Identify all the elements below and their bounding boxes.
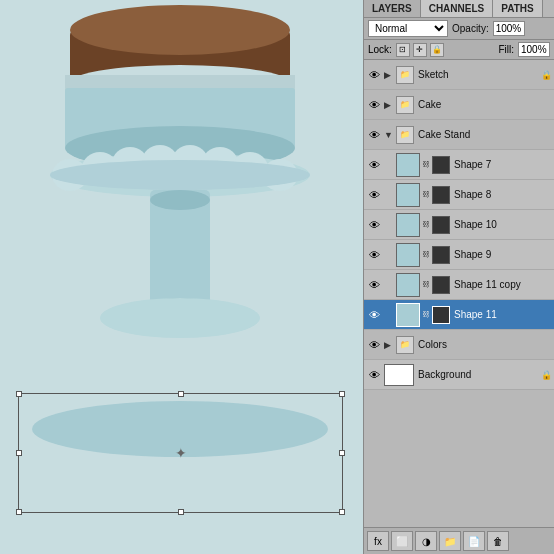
layer-row-shape11copy[interactable]: 👁 ⛓ Shape 11 copy <box>364 270 554 300</box>
thumb-background <box>384 364 414 386</box>
lock-move-icon[interactable]: ✛ <box>413 43 427 57</box>
eye-icon-shape10[interactable]: 👁 <box>366 217 382 233</box>
eye-icon-cakestand[interactable]: 👁 <box>366 127 382 143</box>
layer-name-shape8: Shape 8 <box>452 189 552 200</box>
delete-layer-button[interactable]: 🗑 <box>487 531 509 551</box>
new-layer-button[interactable]: 📄 <box>463 531 485 551</box>
svg-point-16 <box>50 160 310 190</box>
handle-bot-right[interactable] <box>339 509 345 515</box>
handle-mid-right[interactable] <box>339 450 345 456</box>
chain-shape7: ⛓ <box>422 160 430 169</box>
thumb-shape11 <box>396 303 420 327</box>
crosshair: ✦ <box>175 445 187 461</box>
eye-icon-cake[interactable]: 👁 <box>366 97 382 113</box>
thumb-shape7 <box>396 153 420 177</box>
expand-cake[interactable]: ▶ <box>384 100 394 110</box>
lock-pixels-icon[interactable]: ⊡ <box>396 43 410 57</box>
eye-icon-colors[interactable]: 👁 <box>366 337 382 353</box>
handle-bot-left[interactable] <box>16 509 22 515</box>
layer-row-background[interactable]: 👁 Background 🔒 <box>364 360 554 390</box>
expand-colors[interactable]: ▶ <box>384 340 394 350</box>
mask-shape9 <box>432 246 450 264</box>
selection-box: ✦ <box>18 393 343 513</box>
chain-shape8: ⛓ <box>422 190 430 199</box>
chain-shape10: ⛓ <box>422 220 430 229</box>
layer-name-cake: Cake <box>416 99 552 110</box>
layer-row-colors[interactable]: 👁 ▶ 📁 Colors <box>364 330 554 360</box>
svg-point-20 <box>100 298 260 338</box>
lock-label: Lock: <box>368 44 392 55</box>
eye-icon-shape11copy[interactable]: 👁 <box>366 277 382 293</box>
blend-opacity-row: Normal Multiply Screen Opacity: <box>364 18 554 40</box>
thumb-group-colors: 📁 <box>396 336 414 354</box>
layer-row-cake[interactable]: 👁 ▶ 📁 Cake <box>364 90 554 120</box>
panel-bottom: fx ⬜ ◑ 📁 📄 🗑 <box>364 527 554 554</box>
chain-shape9: ⛓ <box>422 250 430 259</box>
blend-mode-select[interactable]: Normal Multiply Screen <box>368 20 448 37</box>
chain-shape11copy: ⛓ <box>422 280 430 289</box>
chain-shape11: ⛓ <box>422 310 430 319</box>
expand-sketch[interactable]: ▶ <box>384 70 394 80</box>
mask-shape10 <box>432 216 450 234</box>
lock-icons: ⊡ ✛ 🔒 <box>396 43 444 57</box>
canvas-area: ✦ <box>0 0 363 554</box>
fx-button[interactable]: fx <box>367 531 389 551</box>
svg-point-18 <box>150 190 210 210</box>
tab-channels[interactable]: CHANNELS <box>421 0 494 17</box>
layer-name-shape9: Shape 9 <box>452 249 552 260</box>
layer-name-background: Background <box>416 369 538 380</box>
thumb-shape11copy <box>396 273 420 297</box>
opacity-input[interactable] <box>493 21 525 36</box>
mask-shape7 <box>432 156 450 174</box>
tab-layers[interactable]: LAYERS <box>364 0 421 17</box>
handle-top-left[interactable] <box>16 391 22 397</box>
tab-paths[interactable]: PATHS <box>493 0 542 17</box>
layer-row-sketch[interactable]: 👁 ▶ 📁 Sketch 🔒 <box>364 60 554 90</box>
layers-panel: LAYERS CHANNELS PATHS Normal Multiply Sc… <box>363 0 554 554</box>
group-button[interactable]: 📁 <box>439 531 461 551</box>
layer-row-shape7[interactable]: 👁 ⛓ Shape 7 <box>364 150 554 180</box>
layer-name-colors: Colors <box>416 339 552 350</box>
thumb-shape9 <box>396 243 420 267</box>
eye-icon-shape11[interactable]: 👁 <box>366 307 382 323</box>
adjustment-button[interactable]: ◑ <box>415 531 437 551</box>
opacity-label: Opacity: <box>452 23 489 34</box>
layer-name-shape10: Shape 10 <box>452 219 552 230</box>
handle-bot-mid[interactable] <box>178 509 184 515</box>
lock-all-icon[interactable]: 🔒 <box>430 43 444 57</box>
layer-name-cakestand: Cake Stand <box>416 129 552 140</box>
fill-label: Fill: <box>498 44 514 55</box>
layer-row-cakestand[interactable]: 👁 ▼ 📁 Cake Stand <box>364 120 554 150</box>
layer-name-shape7: Shape 7 <box>452 159 552 170</box>
svg-point-2 <box>70 5 290 55</box>
eye-icon-background[interactable]: 👁 <box>366 367 382 383</box>
lock-badge-sketch: 🔒 <box>540 69 552 81</box>
mask-shape11 <box>432 306 450 324</box>
thumb-group-cakestand: 📁 <box>396 126 414 144</box>
eye-icon-sketch[interactable]: 👁 <box>366 67 382 83</box>
mask-shape8 <box>432 186 450 204</box>
layer-row-shape9[interactable]: 👁 ⛓ Shape 9 <box>364 240 554 270</box>
layer-name-sketch: Sketch <box>416 69 538 80</box>
layer-row-shape11[interactable]: 👁 ⛓ Shape 11 <box>364 300 554 330</box>
expand-cakestand[interactable]: ▼ <box>384 130 394 140</box>
thumb-group-cake: 📁 <box>396 96 414 114</box>
layer-name-shape11: Shape 11 <box>452 309 552 320</box>
lock-row: Lock: ⊡ ✛ 🔒 Fill: <box>364 40 554 60</box>
eye-icon-shape7[interactable]: 👁 <box>366 157 382 173</box>
add-mask-button[interactable]: ⬜ <box>391 531 413 551</box>
handle-top-right[interactable] <box>339 391 345 397</box>
layer-name-shape11copy: Shape 11 copy <box>452 279 552 290</box>
mask-shape11copy <box>432 276 450 294</box>
layer-row-shape10[interactable]: 👁 ⛓ Shape 10 <box>364 210 554 240</box>
lock-badge-background: 🔒 <box>540 369 552 381</box>
layers-list: 👁 ▶ 📁 Sketch 🔒 👁 ▶ 📁 Cake 👁 ▼ 📁 Cake Sta… <box>364 60 554 527</box>
handle-top-mid[interactable] <box>178 391 184 397</box>
layer-row-shape8[interactable]: 👁 ⛓ Shape 8 <box>364 180 554 210</box>
handle-mid-left[interactable] <box>16 450 22 456</box>
fill-input[interactable] <box>518 42 550 57</box>
eye-icon-shape9[interactable]: 👁 <box>366 247 382 263</box>
panel-tabs: LAYERS CHANNELS PATHS <box>364 0 554 18</box>
cake-illustration <box>10 0 350 430</box>
eye-icon-shape8[interactable]: 👁 <box>366 187 382 203</box>
